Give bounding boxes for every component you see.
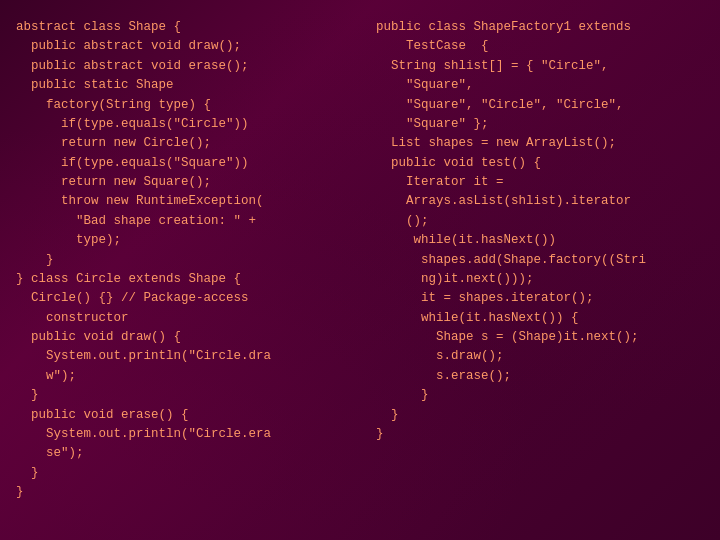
code-line: throw new RuntimeException( (16, 192, 344, 211)
code-line: shapes.add(Shape.factory((Stri (376, 251, 704, 270)
code-line: Iterator it = (376, 173, 704, 192)
code-line: return new Circle(); (16, 134, 344, 153)
code-line: (); (376, 212, 704, 231)
right-code-panel: public class ShapeFactory1 extends TestC… (360, 10, 720, 530)
code-line: Circle() {} // Package-access (16, 289, 344, 308)
code-line: "Square", "Circle", "Circle", (376, 96, 704, 115)
code-line: public void draw() { (16, 328, 344, 347)
code-line: return new Square(); (16, 173, 344, 192)
code-line: "Bad shape creation: " + (16, 212, 344, 231)
code-line: "Square", (376, 76, 704, 95)
code-line: public static Shape (16, 76, 344, 95)
code-line: constructor (16, 309, 344, 328)
code-line: System.out.println("Circle.dra (16, 347, 344, 366)
code-line: } (16, 251, 344, 270)
code-line: w"); (16, 367, 344, 386)
code-line: System.out.println("Circle.era (16, 425, 344, 444)
code-line: String shlist[] = { "Circle", (376, 57, 704, 76)
code-line: Shape s = (Shape)it.next(); (376, 328, 704, 347)
code-container: abstract class Shape { public abstract v… (0, 0, 720, 540)
left-code-panel: abstract class Shape { public abstract v… (0, 10, 360, 530)
code-line: while(it.hasNext()) (376, 231, 704, 250)
code-line: se"); (16, 444, 344, 463)
code-line: "Square" }; (376, 115, 704, 134)
code-line: while(it.hasNext()) { (376, 309, 704, 328)
code-line: s.draw(); (376, 347, 704, 366)
code-line: List shapes = new ArrayList(); (376, 134, 704, 153)
code-line: } (376, 425, 704, 444)
code-line: factory(String type) { (16, 96, 344, 115)
background: abstract class Shape { public abstract v… (0, 0, 720, 540)
code-line: } class Circle extends Shape { (16, 270, 344, 289)
code-line: s.erase(); (376, 367, 704, 386)
code-line: } (16, 464, 344, 483)
code-line: if(type.equals("Circle")) (16, 115, 344, 134)
code-line: public abstract void draw(); (16, 37, 344, 56)
code-line: } (376, 386, 704, 405)
code-line: if(type.equals("Square")) (16, 154, 344, 173)
code-line: } (16, 386, 344, 405)
code-line: it = shapes.iterator(); (376, 289, 704, 308)
code-line: public abstract void erase(); (16, 57, 344, 76)
code-line: public void erase() { (16, 406, 344, 425)
code-line: Arrays.asList(shlist).iterator (376, 192, 704, 211)
code-line: public class ShapeFactory1 extends (376, 18, 704, 37)
code-line: } (16, 483, 344, 502)
code-line: type); (16, 231, 344, 250)
code-line: ng)it.next())); (376, 270, 704, 289)
code-line: abstract class Shape { (16, 18, 344, 37)
code-line: } (376, 406, 704, 425)
code-line: public void test() { (376, 154, 704, 173)
code-line: TestCase { (376, 37, 704, 56)
